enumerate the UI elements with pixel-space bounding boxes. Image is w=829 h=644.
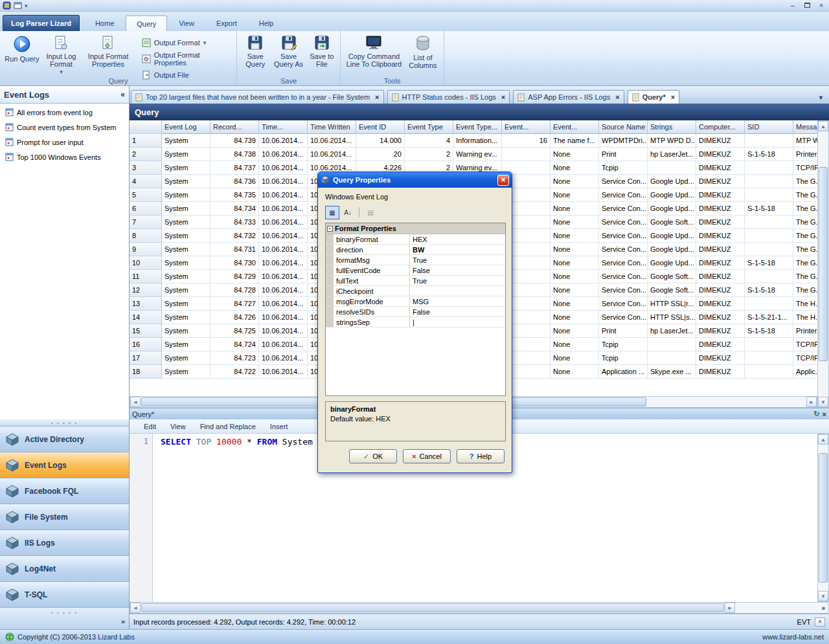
grid-cell[interactable]: The G... (793, 256, 817, 270)
grid-cell[interactable]: System (162, 311, 210, 324)
grid-cell[interactable]: System (162, 297, 210, 311)
grid-cell[interactable]: 10.06.2014... (259, 175, 308, 188)
grid-cell[interactable]: None (551, 202, 599, 216)
grid-cell[interactable] (745, 365, 793, 379)
grid-cell[interactable]: HTTP SSL|r... (648, 297, 696, 311)
ok-button[interactable]: ✓ OK (349, 449, 397, 463)
grid-cell[interactable]: DIMEKUZ (696, 283, 745, 297)
property-row[interactable]: formatMsgTrue (326, 255, 505, 265)
property-row[interactable]: directionBW (326, 245, 505, 255)
grid-cell[interactable] (745, 338, 793, 351)
tab-close-icon[interactable]: × (375, 93, 379, 101)
grid-cell[interactable]: S-1-5-18 (745, 148, 793, 161)
grid-cell[interactable]: 84.726 (210, 311, 259, 324)
editor-vscroll-thumb[interactable] (819, 453, 828, 583)
column-header[interactable]: SID (745, 120, 793, 134)
grid-cell[interactable]: Service Con... (599, 256, 648, 270)
categorized-view-button[interactable]: ▦ (325, 206, 339, 219)
row-header[interactable]: 7 (130, 216, 162, 229)
grid-cell[interactable]: System (162, 202, 210, 216)
column-header[interactable]: Event Log (162, 120, 210, 134)
row-header[interactable]: 2 (130, 148, 162, 161)
column-header[interactable]: Time... (259, 120, 308, 134)
maximize-button[interactable] (802, 1, 812, 10)
grid-cell[interactable]: Service Con... (599, 216, 648, 229)
grid-cell[interactable]: hp LaserJet... (648, 324, 696, 338)
dialog-close-button[interactable]: × (497, 175, 509, 186)
property-value[interactable]: False (410, 307, 505, 316)
grid-cell[interactable]: 10.06.2014... (259, 216, 308, 229)
grid-cell[interactable]: None (551, 256, 599, 270)
grid-cell[interactable] (745, 188, 793, 202)
row-header[interactable]: 18 (130, 365, 162, 379)
grid-cell[interactable]: Printer... (793, 148, 817, 161)
grid-cell[interactable]: 10.06.2014... (259, 324, 308, 338)
grid-cell[interactable]: None (551, 297, 599, 311)
menu-edit[interactable]: Edit (137, 421, 163, 432)
grid-cell[interactable]: The G... (793, 270, 817, 283)
sidebar-nav-event-logs[interactable]: Event Logs (0, 452, 129, 478)
grid-cell[interactable]: 84.723 (210, 351, 259, 365)
grid-cell[interactable]: 84.725 (210, 324, 259, 338)
column-header[interactable]: Event... (502, 120, 551, 134)
grid-cell[interactable]: 84.739 (210, 134, 259, 148)
grid-cell[interactable]: 84.733 (210, 216, 259, 229)
query-panel-close-icon[interactable]: × (823, 410, 826, 418)
grid-cell[interactable]: System (162, 216, 210, 229)
website-link[interactable]: www.lizard-labs.net (762, 633, 824, 641)
grid-cell[interactable]: None (551, 229, 599, 243)
property-value[interactable]: HEX (410, 234, 505, 244)
input-format-properties-button[interactable]: ⚙ Input Format Properties (82, 33, 135, 70)
nav-overflow-icon[interactable]: » (121, 617, 125, 625)
grid-cell[interactable]: Service Con... (599, 311, 648, 324)
output-format-button[interactable]: Output Format ▾ (142, 38, 234, 47)
sidebar-nav-log4net[interactable]: Log4Net (0, 555, 129, 581)
save-query-as-button[interactable]: Save Query As (271, 33, 305, 70)
app-menu-button[interactable]: Log Parser Lizard (3, 15, 80, 31)
grid-cell[interactable]: S-1-5-18 (745, 202, 793, 216)
grid-cell[interactable]: Warning ev... (453, 148, 502, 161)
grid-cell[interactable]: Google Upd... (648, 229, 696, 243)
grid-cell[interactable]: Google Upd... (648, 256, 696, 270)
column-header[interactable]: Event Type (405, 120, 453, 134)
grid-cell[interactable]: The G... (793, 188, 817, 202)
grid-cell[interactable]: 84.724 (210, 338, 259, 351)
grid-cell[interactable]: DIMEKUZ (696, 270, 745, 283)
grid-cell[interactable]: Service Con... (599, 229, 648, 243)
grid-cell[interactable]: 10.06.2014... (259, 161, 308, 175)
grid-cell[interactable] (648, 338, 696, 351)
grid-cell[interactable] (745, 297, 793, 311)
grid-cell[interactable]: Google Soft... (648, 216, 696, 229)
scroll-up-icon[interactable]: ▲ (818, 121, 828, 131)
scroll-down-icon[interactable]: ▼ (818, 591, 828, 601)
grid-cell[interactable]: The G... (793, 216, 817, 229)
grid-cell[interactable]: None (551, 351, 599, 365)
row-header[interactable]: 3 (130, 161, 162, 175)
grid-cell[interactable]: None (551, 188, 599, 202)
grid-cell[interactable]: 84.722 (210, 365, 259, 379)
column-header[interactable]: Source Name (599, 120, 648, 134)
menu-find-and-replace[interactable]: Find and Replace (194, 421, 262, 432)
row-header[interactable]: 11 (130, 270, 162, 283)
scroll-down-icon[interactable]: ▼ (818, 397, 828, 407)
grid-cell[interactable]: MTP WPD D... (648, 134, 696, 148)
tab-close-icon[interactable]: × (671, 93, 675, 101)
property-row[interactable]: fullTextTrue (326, 276, 505, 286)
document-tab[interactable]: HTTP Status codes - IIS Logs× (387, 90, 510, 104)
row-header[interactable]: 16 (130, 338, 162, 351)
property-value[interactable]: True (410, 255, 505, 265)
column-header[interactable]: Event... (551, 120, 599, 134)
grid-cell[interactable] (648, 161, 696, 175)
property-value[interactable]: False (410, 265, 505, 275)
collapse-sidebar-icon[interactable]: « (120, 90, 125, 99)
property-value[interactable]: True (410, 276, 505, 285)
grid-cell[interactable]: DIMEKUZ (696, 297, 745, 311)
list-of-columns-button[interactable]: List of Columns (405, 33, 440, 71)
grid-cell[interactable]: DIMEKUZ (696, 311, 745, 324)
grid-cell[interactable] (745, 175, 793, 188)
grid-cell[interactable]: None (551, 175, 599, 188)
grid-cell[interactable]: The G... (793, 243, 817, 256)
grid-cell[interactable]: hp LaserJet... (648, 148, 696, 161)
row-header[interactable]: 10 (130, 256, 162, 270)
grid-cell[interactable]: WPDMTPDri... (599, 134, 648, 148)
